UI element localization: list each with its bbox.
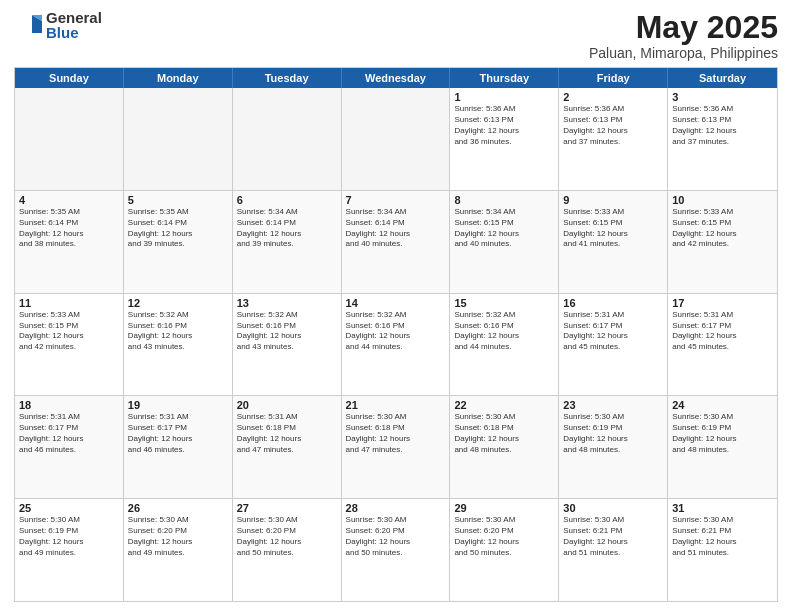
day-number: 30 (563, 502, 663, 514)
day-number: 11 (19, 297, 119, 309)
logo-general-text: General (46, 10, 102, 25)
day-number: 19 (128, 399, 228, 411)
calendar-cell: 28Sunrise: 5:30 AM Sunset: 6:20 PM Dayli… (342, 499, 451, 601)
day-number: 8 (454, 194, 554, 206)
calendar-cell: 26Sunrise: 5:30 AM Sunset: 6:20 PM Dayli… (124, 499, 233, 601)
logo: General Blue (14, 10, 102, 40)
calendar-cell: 31Sunrise: 5:30 AM Sunset: 6:21 PM Dayli… (668, 499, 777, 601)
calendar-cell: 13Sunrise: 5:32 AM Sunset: 6:16 PM Dayli… (233, 294, 342, 396)
day-number: 5 (128, 194, 228, 206)
calendar-cell (342, 88, 451, 190)
cell-sun-info: Sunrise: 5:30 AM Sunset: 6:20 PM Dayligh… (128, 515, 228, 558)
day-number: 13 (237, 297, 337, 309)
calendar-cell: 25Sunrise: 5:30 AM Sunset: 6:19 PM Dayli… (15, 499, 124, 601)
cell-sun-info: Sunrise: 5:30 AM Sunset: 6:20 PM Dayligh… (454, 515, 554, 558)
cell-sun-info: Sunrise: 5:31 AM Sunset: 6:17 PM Dayligh… (672, 310, 773, 353)
calendar-cell (124, 88, 233, 190)
day-number: 4 (19, 194, 119, 206)
calendar-cell: 1Sunrise: 5:36 AM Sunset: 6:13 PM Daylig… (450, 88, 559, 190)
day-number: 6 (237, 194, 337, 206)
cell-sun-info: Sunrise: 5:30 AM Sunset: 6:19 PM Dayligh… (672, 412, 773, 455)
cell-sun-info: Sunrise: 5:34 AM Sunset: 6:14 PM Dayligh… (346, 207, 446, 250)
header: General Blue May 2025 Paluan, Mimaropa, … (14, 10, 778, 61)
calendar-cell (233, 88, 342, 190)
day-number: 20 (237, 399, 337, 411)
day-number: 27 (237, 502, 337, 514)
cell-sun-info: Sunrise: 5:31 AM Sunset: 6:17 PM Dayligh… (563, 310, 663, 353)
page: General Blue May 2025 Paluan, Mimaropa, … (0, 0, 792, 612)
cell-sun-info: Sunrise: 5:36 AM Sunset: 6:13 PM Dayligh… (454, 104, 554, 147)
calendar-cell: 7Sunrise: 5:34 AM Sunset: 6:14 PM Daylig… (342, 191, 451, 293)
calendar-week-2: 4Sunrise: 5:35 AM Sunset: 6:14 PM Daylig… (15, 191, 777, 294)
day-number: 15 (454, 297, 554, 309)
cell-sun-info: Sunrise: 5:31 AM Sunset: 6:18 PM Dayligh… (237, 412, 337, 455)
day-number: 25 (19, 502, 119, 514)
calendar-week-1: 1Sunrise: 5:36 AM Sunset: 6:13 PM Daylig… (15, 88, 777, 191)
calendar-cell (15, 88, 124, 190)
calendar-body: 1Sunrise: 5:36 AM Sunset: 6:13 PM Daylig… (15, 88, 777, 601)
day-number: 26 (128, 502, 228, 514)
weekday-header-saturday: Saturday (668, 68, 777, 88)
logo-icon (14, 11, 42, 39)
calendar-cell: 22Sunrise: 5:30 AM Sunset: 6:18 PM Dayli… (450, 396, 559, 498)
calendar-cell: 21Sunrise: 5:30 AM Sunset: 6:18 PM Dayli… (342, 396, 451, 498)
cell-sun-info: Sunrise: 5:33 AM Sunset: 6:15 PM Dayligh… (672, 207, 773, 250)
logo-blue-text: Blue (46, 25, 102, 40)
day-number: 24 (672, 399, 773, 411)
cell-sun-info: Sunrise: 5:30 AM Sunset: 6:21 PM Dayligh… (672, 515, 773, 558)
calendar-cell: 19Sunrise: 5:31 AM Sunset: 6:17 PM Dayli… (124, 396, 233, 498)
calendar-cell: 14Sunrise: 5:32 AM Sunset: 6:16 PM Dayli… (342, 294, 451, 396)
day-number: 16 (563, 297, 663, 309)
cell-sun-info: Sunrise: 5:31 AM Sunset: 6:17 PM Dayligh… (128, 412, 228, 455)
calendar-cell: 4Sunrise: 5:35 AM Sunset: 6:14 PM Daylig… (15, 191, 124, 293)
cell-sun-info: Sunrise: 5:34 AM Sunset: 6:14 PM Dayligh… (237, 207, 337, 250)
cell-sun-info: Sunrise: 5:33 AM Sunset: 6:15 PM Dayligh… (563, 207, 663, 250)
cell-sun-info: Sunrise: 5:32 AM Sunset: 6:16 PM Dayligh… (454, 310, 554, 353)
cell-sun-info: Sunrise: 5:36 AM Sunset: 6:13 PM Dayligh… (563, 104, 663, 147)
cell-sun-info: Sunrise: 5:30 AM Sunset: 6:18 PM Dayligh… (454, 412, 554, 455)
calendar-cell: 30Sunrise: 5:30 AM Sunset: 6:21 PM Dayli… (559, 499, 668, 601)
cell-sun-info: Sunrise: 5:30 AM Sunset: 6:21 PM Dayligh… (563, 515, 663, 558)
day-number: 12 (128, 297, 228, 309)
calendar-cell: 8Sunrise: 5:34 AM Sunset: 6:15 PM Daylig… (450, 191, 559, 293)
calendar: SundayMondayTuesdayWednesdayThursdayFrid… (14, 67, 778, 602)
day-number: 23 (563, 399, 663, 411)
calendar-cell: 6Sunrise: 5:34 AM Sunset: 6:14 PM Daylig… (233, 191, 342, 293)
calendar-cell: 11Sunrise: 5:33 AM Sunset: 6:15 PM Dayli… (15, 294, 124, 396)
day-number: 21 (346, 399, 446, 411)
calendar-cell: 29Sunrise: 5:30 AM Sunset: 6:20 PM Dayli… (450, 499, 559, 601)
calendar-cell: 17Sunrise: 5:31 AM Sunset: 6:17 PM Dayli… (668, 294, 777, 396)
cell-sun-info: Sunrise: 5:30 AM Sunset: 6:20 PM Dayligh… (237, 515, 337, 558)
calendar-cell: 16Sunrise: 5:31 AM Sunset: 6:17 PM Dayli… (559, 294, 668, 396)
day-number: 14 (346, 297, 446, 309)
day-number: 17 (672, 297, 773, 309)
cell-sun-info: Sunrise: 5:35 AM Sunset: 6:14 PM Dayligh… (19, 207, 119, 250)
calendar-cell: 24Sunrise: 5:30 AM Sunset: 6:19 PM Dayli… (668, 396, 777, 498)
calendar-cell: 18Sunrise: 5:31 AM Sunset: 6:17 PM Dayli… (15, 396, 124, 498)
weekday-header-friday: Friday (559, 68, 668, 88)
calendar-cell: 23Sunrise: 5:30 AM Sunset: 6:19 PM Dayli… (559, 396, 668, 498)
day-number: 2 (563, 91, 663, 103)
cell-sun-info: Sunrise: 5:36 AM Sunset: 6:13 PM Dayligh… (672, 104, 773, 147)
cell-sun-info: Sunrise: 5:30 AM Sunset: 6:20 PM Dayligh… (346, 515, 446, 558)
day-number: 9 (563, 194, 663, 206)
cell-sun-info: Sunrise: 5:32 AM Sunset: 6:16 PM Dayligh… (346, 310, 446, 353)
calendar-cell: 12Sunrise: 5:32 AM Sunset: 6:16 PM Dayli… (124, 294, 233, 396)
calendar-cell: 5Sunrise: 5:35 AM Sunset: 6:14 PM Daylig… (124, 191, 233, 293)
day-number: 7 (346, 194, 446, 206)
day-number: 18 (19, 399, 119, 411)
weekday-header-sunday: Sunday (15, 68, 124, 88)
weekday-header-tuesday: Tuesday (233, 68, 342, 88)
day-number: 28 (346, 502, 446, 514)
day-number: 10 (672, 194, 773, 206)
title-location: Paluan, Mimaropa, Philippines (589, 45, 778, 61)
day-number: 31 (672, 502, 773, 514)
weekday-header-wednesday: Wednesday (342, 68, 451, 88)
day-number: 22 (454, 399, 554, 411)
calendar-week-3: 11Sunrise: 5:33 AM Sunset: 6:15 PM Dayli… (15, 294, 777, 397)
cell-sun-info: Sunrise: 5:32 AM Sunset: 6:16 PM Dayligh… (237, 310, 337, 353)
calendar-cell: 20Sunrise: 5:31 AM Sunset: 6:18 PM Dayli… (233, 396, 342, 498)
day-number: 3 (672, 91, 773, 103)
cell-sun-info: Sunrise: 5:30 AM Sunset: 6:19 PM Dayligh… (563, 412, 663, 455)
day-number: 29 (454, 502, 554, 514)
